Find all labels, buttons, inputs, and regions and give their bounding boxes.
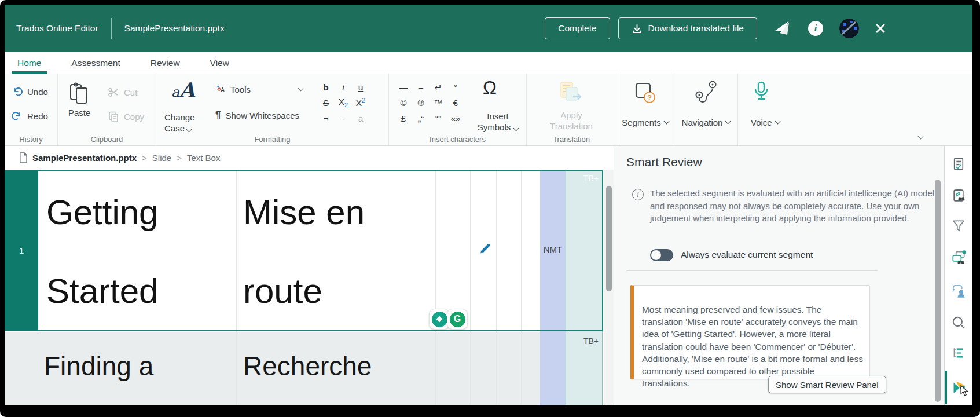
close-icon[interactable]	[875, 23, 886, 34]
voice-microphone-icon[interactable]	[751, 81, 772, 106]
insert-degree-button[interactable]: °	[454, 82, 457, 92]
segments-icon[interactable]: ?	[633, 82, 657, 107]
feedback-icon[interactable]	[773, 19, 792, 38]
superscript-button[interactable]: X2	[356, 97, 365, 108]
redo-button[interactable]: Redo	[12, 111, 48, 122]
always-evaluate-toggle[interactable]	[650, 249, 673, 261]
source-line: Started	[46, 252, 158, 331]
avatar[interactable]	[839, 19, 859, 38]
panel-scrollbar-thumb[interactable]	[935, 180, 941, 402]
editor-scrollbar-thumb[interactable]	[606, 186, 612, 291]
download-button-label: Download translated file	[648, 23, 744, 34]
cut-label: Cut	[124, 87, 137, 97]
selected-row-border-right	[602, 170, 603, 331]
navigation-button[interactable]: Navigation	[674, 118, 737, 127]
strikethrough-button[interactable]: S	[323, 98, 329, 108]
segments-question-badge: ?	[647, 93, 652, 102]
info-icon[interactable]: i	[808, 21, 823, 36]
insert-pound-button[interactable]: £	[401, 114, 406, 123]
ai-disclaimer-text: The selected segment is evaluated with a…	[650, 187, 944, 225]
group-label-clipboard: Clipboard	[58, 135, 156, 144]
change-case-button[interactable]: Change Case	[164, 112, 210, 134]
header-divider	[111, 18, 112, 39]
tools-icon: A	[215, 84, 226, 94]
optional-hyphen-button[interactable]: ¬	[323, 114, 328, 124]
breadcrumb-separator: >	[177, 153, 182, 163]
bold-button[interactable]: b	[323, 82, 328, 93]
app-header: Trados Online Editor SamplePresentation.…	[5, 5, 972, 52]
paste-label: Paste	[68, 108, 90, 118]
undo-button[interactable]: Undo	[12, 86, 48, 97]
tab-assessment[interactable]: Assessment	[68, 52, 123, 74]
underline-button[interactable]: u	[358, 82, 364, 93]
breadcrumb-text-box[interactable]: Text Box	[187, 153, 221, 163]
filter-icon[interactable]	[950, 218, 967, 234]
undo-label: Undo	[27, 87, 48, 97]
document-review-icon[interactable]	[950, 156, 967, 172]
tab-assessment-label: Assessment	[71, 58, 120, 68]
insert-symbols-button[interactable]: Insert Symbols	[475, 111, 521, 133]
grammarly-logo-icon[interactable]: G	[447, 309, 468, 330]
apply-translation-button[interactable]: Apply Translation	[527, 109, 616, 131]
insert-copyright-button[interactable]: ©	[400, 98, 406, 108]
svg-text:A: A	[221, 87, 225, 93]
search-results-icon[interactable]	[950, 250, 967, 266]
complete-button-label: Complete	[558, 23, 596, 34]
download-translated-file-button[interactable]: Download translated file	[618, 17, 757, 39]
tab-home[interactable]: Home	[14, 52, 45, 74]
apply-translation-icon	[559, 81, 583, 106]
insert-registered-button[interactable]: ®	[417, 98, 424, 108]
soft-hyphen-button[interactable]: -	[342, 114, 344, 124]
cut-icon	[108, 86, 119, 98]
breadcrumb-file-name[interactable]: SamplePresentation.pptx	[32, 153, 137, 163]
formatting-glyph-grid: b i u S X2 X2 ¬ - a	[317, 79, 369, 126]
insert-en-dash-button[interactable]: –	[419, 82, 423, 92]
voice-button[interactable]: Voice	[751, 118, 780, 127]
change-case-icon[interactable]: aA	[171, 78, 195, 101]
insert-curly-quotes-button[interactable]: “”	[435, 114, 441, 123]
insert-guillemets-button[interactable]: «»	[451, 114, 461, 123]
segment-2-target-text[interactable]: Recherche	[243, 350, 372, 382]
paste-button[interactable]: Paste	[68, 82, 90, 118]
tab-review[interactable]: Review	[147, 52, 183, 74]
italic-button[interactable]: i	[342, 82, 344, 93]
column-divider	[470, 171, 471, 405]
edit-pencil-icon[interactable]	[478, 242, 492, 258]
segments-button[interactable]: Segments	[616, 118, 674, 127]
tools-chevron-down-icon[interactable]	[298, 86, 304, 92]
file-icon	[19, 152, 27, 163]
ribbon-group-segments: ? Segments	[616, 74, 674, 145]
panel-divider-line	[626, 270, 878, 271]
navigation-icon[interactable]	[693, 79, 720, 108]
download-icon	[632, 23, 643, 34]
copy-button[interactable]: Copy	[108, 111, 144, 122]
tab-view[interactable]: View	[207, 52, 233, 74]
ribbon-group-insert-characters: — – ↵ ° © ® ™ € £ „“ “” «» Ω Insert Symb…	[389, 74, 527, 145]
comments-icon[interactable]	[950, 283, 967, 299]
ribbon-group-navigation: Navigation	[674, 74, 738, 145]
segments-label: Segments	[622, 118, 661, 127]
show-whitespaces-button[interactable]: ¶ Show Whitespaces	[215, 109, 299, 121]
insert-em-dash-button[interactable]: —	[399, 82, 408, 92]
breadcrumb-slide[interactable]: Slide	[152, 153, 171, 163]
qa-check-icon[interactable]	[950, 187, 967, 203]
insert-trademark-button[interactable]: ™	[434, 98, 443, 108]
screenshot-frame: Trados Online Editor SamplePresentation.…	[0, 0, 980, 417]
insert-low-quotes-button[interactable]: „“	[418, 114, 424, 123]
subscript-button[interactable]: X2	[339, 97, 348, 108]
complete-button[interactable]: Complete	[545, 17, 610, 39]
search-icon[interactable]	[950, 314, 967, 331]
insert-euro-button[interactable]: €	[453, 98, 458, 108]
letter-case-button[interactable]: a	[358, 114, 364, 124]
ribbon-group-voice: Voice	[738, 74, 972, 145]
insert-symbols-omega-icon[interactable]: Ω	[483, 77, 497, 98]
cut-button[interactable]: Cut	[108, 86, 137, 98]
segment-1-target-text[interactable]: Mise en route	[243, 173, 365, 331]
segment-1-number[interactable]: 1	[5, 170, 38, 331]
target-line: route	[243, 252, 365, 331]
insert-line-break-button[interactable]: ↵	[435, 82, 442, 93]
tools-button[interactable]: A Tools	[215, 84, 251, 94]
document-structure-icon[interactable]	[950, 345, 967, 361]
segment-editor: 1 Getting Started Mise en route	[5, 170, 614, 405]
tools-label: Tools	[230, 85, 251, 94]
